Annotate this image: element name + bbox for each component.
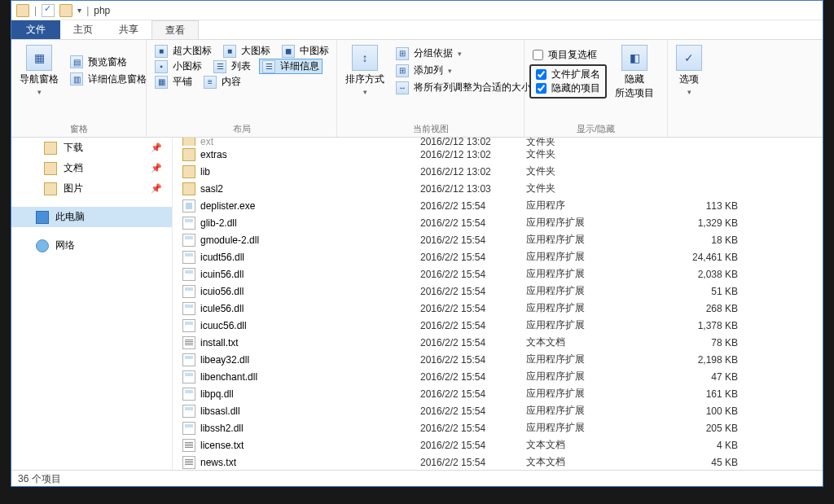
cell-type: 应用程序扩展 bbox=[526, 267, 673, 281]
file-type-icon bbox=[182, 456, 195, 469]
hidden-items-checkbox[interactable] bbox=[536, 83, 546, 94]
list-row[interactable]: lib2016/2/12 13:02文件夹 bbox=[173, 163, 823, 180]
view-content-button[interactable]: ≡内容 bbox=[200, 74, 244, 90]
qat-newfolder-icon[interactable] bbox=[59, 4, 72, 17]
cell-name: install.txt bbox=[200, 337, 420, 348]
list-row[interactable]: libsasl.dll2016/2/2 15:54应用程序扩展100 KB bbox=[173, 402, 823, 419]
group-options: ✓ 选项 ▾ bbox=[668, 40, 710, 137]
pin-icon: 📌 bbox=[151, 163, 162, 173]
sort-button[interactable]: ↕ 排序方式 ▾ bbox=[342, 43, 388, 98]
groupby-button[interactable]: ⊞分组依据 ▾ bbox=[393, 46, 534, 61]
cell-type: 应用程序扩展 bbox=[526, 404, 673, 418]
list-row[interactable]: glib-2.dll2016/2/2 15:54应用程序扩展1,329 KB bbox=[173, 214, 823, 231]
list-row[interactable]: license.txt2016/2/2 15:54文本文档4 KB bbox=[173, 436, 823, 454]
nav-pane-icon: ▦ bbox=[26, 45, 52, 71]
window: | ▾ | php 文件 主页 共享 查看 ▦ 导航窗格 ▾ ▤预览窗格 ▥详细… bbox=[11, 0, 823, 487]
tab-home[interactable]: 主页 bbox=[60, 20, 106, 39]
window-title: php bbox=[94, 5, 110, 16]
item-checkboxes-toggle[interactable]: 项目复选框 bbox=[529, 47, 607, 63]
list-row[interactable]: install.txt2016/2/2 15:54文本文档78 KB bbox=[173, 334, 823, 351]
cell-size: 78 KB bbox=[673, 337, 746, 348]
cell-type: 应用程序扩展 bbox=[526, 301, 673, 315]
list-row[interactable]: libeay32.dll2016/2/2 15:54应用程序扩展2,198 KB bbox=[173, 351, 823, 368]
nav-pane[interactable]: 下载📌 文档📌 图片📌 此电脑 网络 bbox=[11, 138, 173, 470]
list-row[interactable]: libssh2.dll2016/2/2 15:54应用程序扩展205 KB bbox=[173, 419, 823, 436]
list-row[interactable]: libenchant.dll2016/2/2 15:54应用程序扩展47 KB bbox=[173, 368, 823, 385]
cell-type: 应用程序 bbox=[526, 199, 673, 213]
cell-name: icuin56.dll bbox=[200, 269, 420, 280]
file-ext-checkbox[interactable] bbox=[536, 69, 546, 80]
list-row[interactable]: sasl22016/2/12 13:03文件夹 bbox=[173, 180, 823, 197]
status-item-count: 36 个项目 bbox=[18, 472, 61, 486]
view-xlarge-button[interactable]: ■超大图标 bbox=[151, 43, 215, 59]
view-small-button[interactable]: ▪小图标 bbox=[151, 59, 205, 74]
list-row[interactable]: icuuc56.dll2016/2/2 15:54应用程序扩展1,378 KB bbox=[173, 317, 823, 334]
cell-name: icule56.dll bbox=[200, 303, 420, 314]
view-medium-button[interactable]: ◼中图标 bbox=[279, 43, 332, 59]
item-checkboxes-checkbox[interactable] bbox=[533, 50, 543, 60]
file-type-icon bbox=[182, 285, 195, 298]
folder-icon bbox=[44, 182, 57, 195]
file-ext-toggle[interactable]: 文件扩展名 bbox=[536, 68, 600, 81]
details-pane-button[interactable]: ▥详细信息窗格 bbox=[67, 72, 150, 87]
nav-documents[interactable]: 文档📌 bbox=[11, 158, 172, 178]
file-list[interactable]: ext 2016/2/12 13:02 文件夹 extras2016/2/12 … bbox=[173, 138, 823, 470]
cell-type: 文件夹 bbox=[526, 164, 673, 178]
highlight-annotation: 文件扩展名 隐藏的项目 bbox=[529, 64, 607, 99]
tab-file[interactable]: 文件 bbox=[11, 20, 60, 39]
cell-type: 文本文档 bbox=[526, 438, 673, 452]
chevron-down-icon: ▾ bbox=[458, 50, 462, 58]
tab-share[interactable]: 共享 bbox=[106, 20, 151, 39]
chevron-down-icon: ▾ bbox=[448, 67, 452, 75]
group-panes-label: 窗格 bbox=[16, 121, 141, 135]
options-button[interactable]: ✓ 选项 ▾ bbox=[673, 43, 705, 98]
cell-size: 100 KB bbox=[673, 405, 746, 417]
view-details-button[interactable]: ☰详细信息 bbox=[259, 59, 323, 74]
nav-network[interactable]: 网络 bbox=[11, 235, 172, 256]
list-row[interactable]: news.txt2016/2/2 15:54文本文档45 KB bbox=[173, 454, 823, 470]
list-row[interactable]: deplister.exe2016/2/2 15:54应用程序113 KB bbox=[173, 197, 823, 214]
nav-downloads[interactable]: 下载📌 bbox=[11, 138, 172, 158]
cell-date: 2016/2/2 15:54 bbox=[420, 354, 526, 366]
view-list-button[interactable]: ☰列表 bbox=[210, 59, 254, 74]
file-type-icon bbox=[182, 405, 195, 418]
list-row-overflow[interactable]: ext 2016/2/12 13:02 文件夹 bbox=[173, 138, 823, 146]
list-row[interactable]: libpq.dll2016/2/2 15:54应用程序扩展161 KB bbox=[173, 385, 823, 402]
list-row[interactable]: icudt56.dll2016/2/2 15:54应用程序扩展24,461 KB bbox=[173, 248, 823, 265]
cell-date: 2016/2/2 15:54 bbox=[420, 303, 526, 314]
view-large-button[interactable]: ■大图标 bbox=[220, 43, 274, 59]
hidden-items-toggle[interactable]: 隐藏的项目 bbox=[536, 81, 600, 95]
cell-name: news.txt bbox=[200, 457, 420, 468]
cell-date: 2016/2/2 15:54 bbox=[420, 423, 526, 434]
cell-name: sasl2 bbox=[200, 183, 420, 195]
qat-dropdown-icon[interactable]: ▾ bbox=[77, 6, 81, 15]
group-showhide: 项目复选框 文件扩展名 隐藏的项目 ◧ 隐藏 所选项目 显示/隐藏 bbox=[525, 40, 668, 137]
qat-properties-icon[interactable] bbox=[42, 4, 55, 17]
nav-this-pc[interactable]: 此电脑 bbox=[11, 207, 172, 227]
preview-pane-button[interactable]: ▤预览窗格 bbox=[67, 55, 150, 70]
file-type-icon bbox=[182, 199, 195, 213]
cell-type: 应用程序扩展 bbox=[526, 284, 673, 298]
cell-type: 应用程序扩展 bbox=[526, 318, 673, 332]
fitcols-button[interactable]: ↔将所有列调整为合适的大小 bbox=[393, 80, 534, 95]
list-row[interactable]: icuio56.dll2016/2/2 15:54应用程序扩展51 KB bbox=[173, 283, 823, 300]
tab-view[interactable]: 查看 bbox=[151, 20, 199, 39]
list-row[interactable]: icuin56.dll2016/2/2 15:54应用程序扩展2,038 KB bbox=[173, 265, 823, 283]
list-row[interactable]: gmodule-2.dll2016/2/2 15:54应用程序扩展18 KB bbox=[173, 231, 823, 248]
addcol-button[interactable]: ⊞添加列 ▾ bbox=[393, 63, 534, 78]
list-row[interactable]: icule56.dll2016/2/2 15:54应用程序扩展268 KB bbox=[173, 300, 823, 317]
file-type-icon bbox=[182, 182, 195, 195]
nav-pane-button[interactable]: ▦ 导航窗格 ▾ bbox=[16, 43, 62, 98]
file-type-icon bbox=[182, 302, 195, 315]
list-row[interactable]: extras2016/2/12 13:02文件夹 bbox=[173, 146, 823, 163]
cell-type: 文件夹 bbox=[526, 182, 673, 195]
cell-size: 51 KB bbox=[673, 286, 746, 297]
view-tiles-button[interactable]: ▦平铺 bbox=[151, 74, 195, 90]
sort-icon: ↕ bbox=[352, 45, 378, 71]
cell-name: glib-2.dll bbox=[200, 217, 420, 229]
preview-pane-icon: ▤ bbox=[70, 55, 83, 68]
hide-button[interactable]: ◧ 隐藏 所选项目 bbox=[612, 43, 657, 102]
cell-date: 2016/2/2 15:54 bbox=[420, 217, 526, 229]
nav-pictures[interactable]: 图片📌 bbox=[11, 178, 172, 199]
cell-size: 113 KB bbox=[673, 200, 746, 212]
